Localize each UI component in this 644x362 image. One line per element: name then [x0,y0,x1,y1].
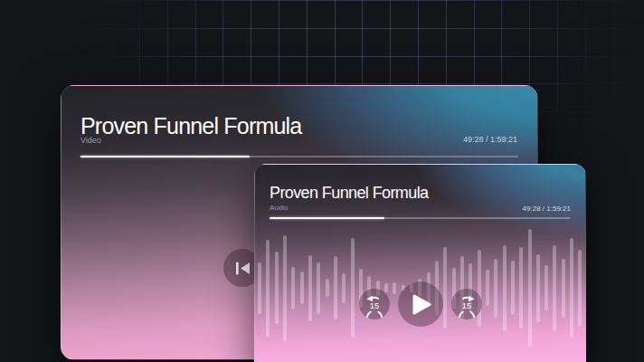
play-icon [409,294,431,315]
waveform-bar [342,273,346,303]
waveform-bar [578,250,582,327]
rewind-15-button[interactable]: 15 [359,289,390,319]
video-progress-played [80,156,250,157]
waveform-bar [308,255,312,321]
waveform-bar [258,262,261,314]
waveform-bar [528,229,532,347]
audio-player-card: Proven Funnel Formula Audio 49:28 / 1:59… [254,164,586,362]
skip-previous-icon [235,262,251,275]
waveform-bar [503,245,507,331]
waveform-bar [300,272,304,304]
audio-title: Proven Funnel Formula [270,184,429,202]
video-title: Proven Funnel Formula [80,113,301,139]
screenshot-stage: Proven Funnel Formula Video 49:28 / 1:59… [0,0,644,362]
video-progress-bar[interactable] [80,156,518,157]
svg-text:15: 15 [461,301,470,310]
waveform-bar [266,240,270,337]
svg-text:15: 15 [369,301,378,310]
waveform-bar [326,279,329,297]
audio-progress-played [270,217,384,219]
waveform-bar [536,254,540,322]
waveform-bar [545,265,548,310]
rewind-15-icon: 15 [361,291,388,318]
waveform-bar [275,252,279,324]
waveform-bar [486,270,489,306]
audio-controls: 15 15 [359,281,482,327]
waveform-bar [334,256,337,319]
forward-15-button[interactable]: 15 [451,289,482,319]
video-time-display: 49:28 / 1:59:21 [463,135,517,144]
audio-progress-bar[interactable] [270,217,571,219]
video-media-type-label: Video [80,136,101,145]
audio-media-type-label: Audio [270,204,288,212]
waveform-bar [553,245,556,331]
play-button[interactable] [398,281,443,327]
waveform-bar [494,259,497,318]
waveform-bar [291,267,295,310]
waveform-bar [511,261,515,315]
waveform-bar [570,238,573,338]
waveform-bar [562,259,565,318]
waveform-bar [519,247,523,329]
waveform-bar [317,262,320,314]
audio-time-display: 49:28 / 1:59:21 [523,205,571,213]
waveform-bar [351,238,355,338]
forward-15-icon: 15 [453,291,480,318]
waveform-bar [283,235,287,341]
